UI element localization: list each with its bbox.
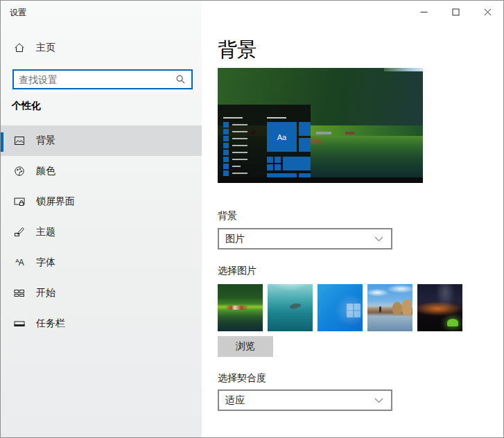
thumbnail-night-tent[interactable]	[417, 284, 462, 331]
brush-icon	[14, 227, 25, 238]
selection-accent-bar	[1, 132, 3, 152]
chevron-down-icon	[374, 398, 383, 403]
close-button[interactable]	[471, 1, 503, 23]
menu-header-line	[267, 117, 286, 119]
sidebar-item-themes[interactable]: 主题	[1, 217, 202, 247]
picture-thumbnails	[218, 284, 462, 331]
lock-screen-icon	[14, 196, 25, 207]
thumbnail-beach-rocks[interactable]	[367, 284, 412, 331]
settings-search-box[interactable]	[12, 69, 193, 89]
search-input[interactable]	[14, 74, 176, 85]
taskbar-icon	[14, 318, 25, 329]
image-icon	[14, 135, 25, 146]
choose-picture-label: 选择图片	[218, 265, 257, 277]
background-dropdown-label: 背景	[218, 210, 237, 222]
fit-dropdown-label: 选择契合度	[218, 372, 266, 385]
section-header-personalization: 个性化	[12, 100, 41, 112]
menu-tile-area: Aa	[267, 122, 308, 176]
thumbnail-windows-default[interactable]	[318, 284, 363, 331]
background-type-select[interactable]: 图片	[218, 228, 392, 249]
wallpaper-preview: Aa	[218, 68, 423, 183]
browse-button[interactable]: 浏览	[218, 336, 273, 357]
preview-sky	[384, 68, 423, 71]
window-title: 设置	[10, 7, 26, 19]
maximize-button[interactable]	[440, 1, 471, 23]
thumbnail-underwater-diver[interactable]	[268, 284, 313, 331]
fit-value: 适应	[225, 394, 374, 407]
menu-app-list	[223, 122, 247, 177]
minimize-button[interactable]	[408, 1, 440, 23]
sidebar-item-background[interactable]: 背景	[1, 125, 202, 156]
sidebar-item-lockscreen[interactable]: 锁屏界面	[1, 186, 202, 217]
start-layout-icon	[14, 288, 25, 299]
window-controls	[408, 1, 503, 23]
sidebar-item-home[interactable]: 主页	[1, 37, 202, 59]
preview-start-menu-overlay: Aa	[218, 105, 311, 177]
home-icon	[14, 42, 25, 53]
fonts-icon: AA	[14, 257, 25, 268]
sidebar-item-fonts[interactable]: AA 字体	[1, 247, 202, 278]
palette-icon	[14, 166, 25, 177]
thumbnail-fjord-village[interactable]	[218, 284, 263, 331]
sidebar-item-start[interactable]: 开始	[1, 278, 202, 308]
titlebar[interactable]: 设置	[1, 1, 503, 23]
sidebar-item-colors[interactable]: 颜色	[1, 156, 202, 186]
chevron-down-icon	[374, 236, 383, 242]
background-type-value: 图片	[225, 233, 374, 245]
fit-select[interactable]: 适应	[218, 389, 392, 411]
page-title: 背景	[218, 37, 257, 63]
sidebar-nav-list: 背景 颜色 锁屏界面 主题	[1, 125, 202, 339]
aa-tile: Aa	[267, 122, 297, 152]
preview-taskbar	[218, 177, 423, 183]
sidebar: 主页 个性化 背景 颜色	[1, 1, 202, 437]
search-icon[interactable]	[176, 75, 185, 84]
main-pane: 背景	[202, 1, 503, 437]
menu-header-line	[223, 117, 243, 119]
settings-window: 主页 个性化 背景 颜色	[0, 0, 504, 438]
sidebar-home-label: 主页	[36, 42, 55, 54]
sidebar-item-taskbar[interactable]: 任务栏	[1, 308, 202, 339]
